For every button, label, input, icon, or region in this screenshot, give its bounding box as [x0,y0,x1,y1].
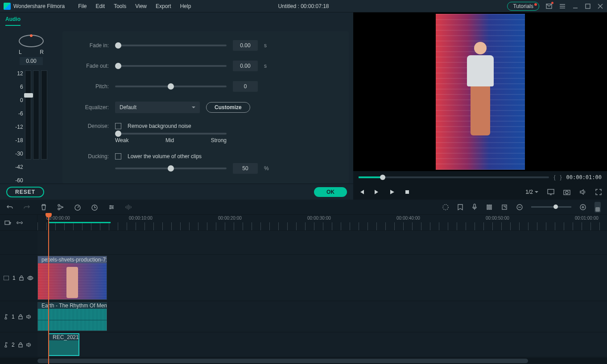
pitch-value[interactable]: 0 [233,81,258,92]
audio-spectrum-icon[interactable] [125,204,132,211]
pan-value: 0.00 [20,57,42,65]
fade-in-value[interactable]: 0.00 [233,40,258,51]
timeline-mode-toggle[interactable] [595,202,601,213]
play-icon[interactable] [389,189,395,195]
render-icon[interactable] [442,204,449,211]
link-icon[interactable] [16,220,23,226]
fade-out-slider[interactable] [115,65,227,67]
audio-meters: LR 0.00 1260-6-12-18-30-42-60 [4,31,58,184]
stop-icon[interactable] [404,189,410,195]
eye-icon[interactable] [27,276,33,280]
record-voiceover-icon[interactable] [471,204,478,211]
crop-icon[interactable] [501,204,508,211]
menu-view[interactable]: View [131,3,151,9]
marker-icon[interactable] [457,204,463,211]
pan-dial[interactable] [19,35,44,47]
svg-point-7 [58,208,60,210]
svg-point-12 [110,208,111,209]
ducking-label: Ducking: [73,153,109,160]
timeline-scrollbar[interactable] [0,358,607,364]
ducking-value[interactable]: 50 [233,163,258,174]
fade-out-value[interactable]: 0.00 [233,61,258,71]
adjust-icon[interactable] [108,204,115,211]
denoise-slider[interactable] [115,133,227,135]
svg-rect-19 [4,276,9,280]
denoise-checkbox[interactable] [115,123,121,129]
speed-icon[interactable] [74,204,81,211]
ducking-slider[interactable] [115,168,227,169]
app-logo-icon [4,3,11,10]
svg-point-21 [29,277,31,279]
pitch-slider[interactable] [115,86,227,87]
video-preview[interactable] [353,12,607,171]
list-icon[interactable] [559,3,566,10]
svg-rect-18 [5,221,9,225]
vu-scale: 1260-6-12-18-30-42-60 [15,70,24,184]
window-minimize-icon[interactable] [572,3,578,9]
chevron-down-icon [192,106,195,110]
window-maximize-icon[interactable] [585,3,591,9]
menu-export[interactable]: Export [151,3,176,9]
preview-panel: { } 00:00:01:00 1/2 [353,12,607,200]
preview-scrubber[interactable] [359,176,549,178]
menu-help[interactable]: Help [176,3,196,9]
audio-properties-panel: Audio LR 0.00 1260-6-12-18-30-42-60 [0,12,353,200]
audio-track-2-header: 2 [0,332,37,357]
svg-rect-23 [19,344,22,347]
equalizer-select[interactable]: Default [115,102,200,113]
brand-name: Wondershare Filmora [13,3,65,9]
zoom-slider[interactable] [531,206,571,208]
timeline-ruler[interactable]: 00:00:00:00 00:00:10:00 00:00:20:00 00:0… [37,215,607,230]
lock-icon[interactable] [19,275,24,281]
video-track-header: 1 [0,255,37,301]
step-back-icon[interactable] [359,189,365,195]
tutorials-button[interactable]: Tutorials [507,2,539,11]
lock-icon[interactable] [18,342,23,348]
menu-edit[interactable]: Edit [91,3,110,9]
fullscreen-icon[interactable] [595,189,602,195]
svg-point-11 [112,206,113,208]
svg-rect-1 [586,4,590,8]
pan-l-label: L [19,49,22,55]
delete-icon[interactable] [40,204,47,211]
svg-rect-14 [474,204,475,208]
preview-scale-select[interactable]: 1/2 [525,189,538,195]
ducking-checkbox[interactable] [115,153,121,160]
customize-button[interactable]: Customize [206,102,250,113]
window-close-icon[interactable] [597,3,603,9]
track-manage-icon[interactable] [4,220,12,226]
zoom-in-icon[interactable] [579,204,586,211]
ok-button[interactable]: OK [314,187,347,197]
mixer-icon[interactable] [486,204,493,211]
redo-icon[interactable] [23,204,30,211]
zoom-out-icon[interactable] [516,204,523,211]
undo-icon[interactable] [6,204,13,211]
volume-icon[interactable] [579,189,586,195]
music-note-icon [4,342,8,348]
menu-file[interactable]: File [74,3,91,9]
pitch-label: Pitch: [73,83,109,90]
audio-clip-2[interactable]: REC_202110 [48,333,79,356]
duration-icon[interactable] [91,204,98,211]
music-note-icon [4,314,8,319]
mute-icon[interactable] [26,342,32,348]
ducking-checkbox-label: Lower the volume of other clips [128,153,202,160]
fade-in-slider[interactable] [115,45,227,46]
menu-tools[interactable]: Tools [109,3,131,9]
vu-fader[interactable] [25,70,31,160]
split-icon[interactable] [57,204,64,211]
svg-point-10 [110,205,111,206]
playhead[interactable] [48,213,49,364]
title-bar: Wondershare Filmora File Edit Tools View… [0,0,607,12]
step-forward-icon[interactable] [374,189,380,195]
selection-range[interactable] [48,222,111,223]
reset-button[interactable]: RESET [6,187,44,197]
snapshot-icon[interactable] [563,189,570,195]
display-icon[interactable] [547,189,554,195]
lock-icon[interactable] [18,314,23,319]
denoise-checkbox-label: Remove background noise [128,123,191,129]
mute-icon[interactable] [26,314,32,319]
tab-audio[interactable]: Audio [5,16,21,26]
messages-icon[interactable] [545,3,553,10]
svg-point-6 [58,204,60,206]
